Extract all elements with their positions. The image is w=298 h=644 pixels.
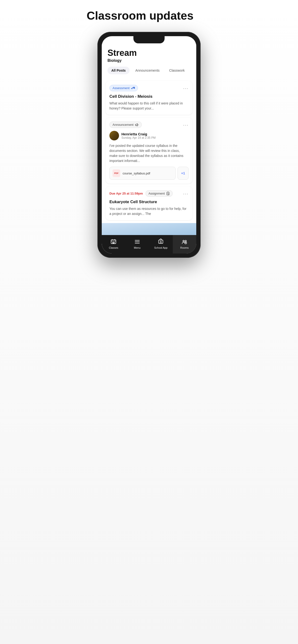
- card-header: Assessment ···: [109, 85, 189, 91]
- assignment-title: Eukaryote Cell Structure: [109, 200, 189, 204]
- bottom-nav: Classes Menu: [102, 235, 196, 254]
- avatar: [109, 131, 119, 140]
- tab-all-posts[interactable]: All Posts: [107, 66, 129, 74]
- assessment-icon: [131, 86, 135, 90]
- attachment-row: PDF course_syllabus.pdf +1: [109, 167, 189, 180]
- svg-rect-1: [167, 192, 169, 195]
- announcement-card: Announcement ···: [106, 118, 192, 184]
- nav-menu-label: Menu: [134, 246, 140, 249]
- menu-icon: [134, 238, 140, 245]
- classes-icon: [110, 238, 117, 245]
- card-header-3: Due Apr 25 at 11:59pm Assignment: [109, 190, 189, 197]
- pdf-label: PDF: [114, 172, 118, 174]
- assessment-card: Assessment ··· Cell Division - Meiosis W…: [106, 81, 192, 115]
- assignment-card: Due Apr 25 at 11:59pm Assignment: [106, 186, 192, 220]
- more-button[interactable]: ···: [183, 86, 189, 90]
- author-row: Henrietta Craig Sunday, Apr 19 at 2:35 P…: [109, 131, 189, 140]
- clipboard-icon: [166, 192, 170, 195]
- tabs-container: All Posts Announcements Classwork: [107, 66, 191, 78]
- nav-classes-label: Classes: [109, 246, 118, 249]
- svg-rect-7: [159, 240, 163, 244]
- svg-rect-8: [160, 242, 162, 243]
- card-body: What would happen to this cell if it wer…: [109, 101, 189, 111]
- assignment-badge-label: Assignment: [148, 192, 165, 195]
- tab-announcements[interactable]: Announcements: [131, 66, 163, 74]
- announcement-badge: Announcement: [109, 122, 142, 128]
- author-date: Sunday, Apr 19 at 2:35 PM: [121, 136, 156, 140]
- stream-title: Stream: [107, 48, 191, 58]
- author-info: Henrietta Craig Sunday, Apr 19 at 2:35 P…: [121, 132, 156, 140]
- more-button-3[interactable]: ···: [183, 191, 189, 196]
- author-name: Henrietta Craig: [121, 132, 156, 136]
- due-label: Due Apr 25 at 11:59pm: [109, 192, 143, 195]
- tab-classwork[interactable]: Classwork: [165, 66, 189, 74]
- phone-notch: [133, 36, 165, 43]
- nav-menu[interactable]: Menu: [125, 235, 149, 254]
- svg-point-10: [185, 240, 186, 242]
- nav-classes[interactable]: Classes: [102, 235, 125, 254]
- announcement-badge-label: Announcement: [112, 123, 133, 126]
- phone-screen: Stream Biology All Posts Announcements C…: [102, 36, 196, 254]
- assessment-badge-label: Assessment: [112, 86, 129, 90]
- nav-rooms[interactable]: Rooms: [173, 235, 197, 254]
- stream-subtitle: Biology: [107, 58, 191, 63]
- pdf-attachment[interactable]: PDF course_syllabus.pdf: [109, 167, 176, 180]
- phone-frame: Stream Biology All Posts Announcements C…: [97, 32, 201, 258]
- blue-accent: [102, 223, 196, 235]
- svg-point-0: [138, 124, 138, 125]
- plus-count: +1: [181, 171, 185, 175]
- card-header-2: Announcement ···: [109, 122, 189, 128]
- attachment-name: course_syllabus.pdf: [123, 172, 150, 175]
- card-header-left: Due Apr 25 at 11:59pm Assignment: [109, 190, 173, 197]
- attachment-extra[interactable]: +1: [178, 167, 189, 180]
- svg-point-3: [113, 242, 114, 244]
- nav-school-app[interactable]: School App: [149, 235, 173, 254]
- announcement-body: I've posted the updated course syllabus …: [109, 143, 189, 164]
- assignment-badge: Assignment: [145, 190, 173, 197]
- cards-area: Assessment ··· Cell Division - Meiosis W…: [102, 78, 196, 223]
- schoolapp-icon: [158, 238, 164, 245]
- nav-rooms-label: Rooms: [180, 246, 189, 249]
- card-title: Cell Division - Meiosis: [109, 94, 189, 99]
- nav-school-app-label: School App: [154, 246, 168, 249]
- stream-header: Stream Biology All Posts Announcements C…: [102, 43, 196, 78]
- more-button-2[interactable]: ···: [183, 122, 189, 127]
- assignment-body: You can use them as resources to go to f…: [109, 206, 189, 216]
- svg-point-9: [183, 240, 184, 242]
- page-title: Classroom updates: [87, 10, 211, 22]
- pdf-icon: PDF: [112, 170, 120, 177]
- megaphone-icon: [135, 123, 139, 126]
- rooms-icon: [181, 238, 188, 245]
- assessment-badge: Assessment: [109, 85, 138, 91]
